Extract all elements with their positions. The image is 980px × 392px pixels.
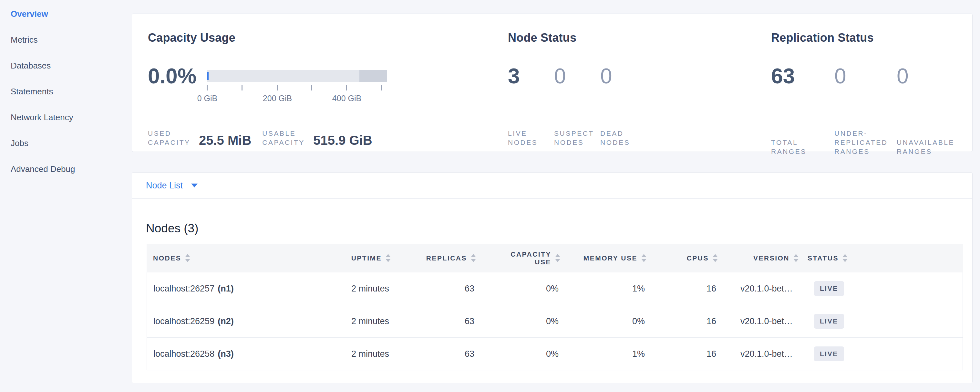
status-cell: LIVE xyxy=(802,338,963,370)
column-header-nodes[interactable]: NODES xyxy=(146,244,318,272)
column-label: MEMORY USE xyxy=(584,254,637,262)
column-header-capacity-use[interactable]: CAPACITY USE xyxy=(479,244,563,272)
cpus-cell: 16 xyxy=(649,338,721,370)
column-label: NODES xyxy=(153,254,181,262)
node-list-dropdown-label: Node List xyxy=(146,181,183,191)
column-header-uptime[interactable]: UPTIME xyxy=(318,244,393,272)
capacity-gauge-other-usage xyxy=(360,70,387,82)
capacity-percent-row: 0.0% xyxy=(148,65,196,87)
axis-tick xyxy=(277,85,278,91)
table-row-node-1[interactable]: localhost:26257 (n1) 2 minutes 63 0% 1% … xyxy=(147,272,963,305)
under-replicated-ranges-count: 0 xyxy=(834,65,897,87)
capacity-use-cell: 0% xyxy=(479,272,563,305)
sidebar-item-overview[interactable]: Overview xyxy=(11,10,132,35)
live-nodes-count: 3 xyxy=(508,65,554,87)
sidebar-item-metrics[interactable]: Metrics xyxy=(11,35,132,61)
capacity-use-cell: 0% xyxy=(479,338,563,370)
dead-nodes-label: DEAD NODES xyxy=(600,129,630,147)
sort-icon[interactable] xyxy=(842,254,848,262)
sort-icon[interactable] xyxy=(385,254,391,262)
replicas-cell: 63 xyxy=(394,305,479,337)
column-label: UPTIME xyxy=(351,254,382,262)
status-badge: LIVE xyxy=(814,346,844,361)
suspect-nodes-count: 0 xyxy=(554,65,600,87)
nodes-table: NODES UPTIME REPLICAS CAPACITY USE xyxy=(146,244,963,370)
live-nodes-label: LIVE NODES xyxy=(508,129,554,147)
memory-use-cell: 0% xyxy=(563,305,649,337)
column-label: VERSION xyxy=(753,254,789,262)
column-label: CPUS xyxy=(687,254,709,262)
axis-tick xyxy=(381,85,382,91)
sort-icon[interactable] xyxy=(641,254,646,262)
node-list-header: Node List xyxy=(132,172,972,199)
usable-capacity-value: 515.9 GiB xyxy=(313,134,372,147)
axis-tick xyxy=(242,85,242,91)
sort-icon[interactable] xyxy=(713,254,718,262)
status-cell: LIVE xyxy=(802,272,963,305)
cpus-cell: 16 xyxy=(649,305,721,337)
sidebar-item-advanced-debug[interactable]: Advanced Debug xyxy=(11,164,132,190)
node-list-body: Nodes (3) NODES UPTIME REPLICAS xyxy=(132,221,972,370)
node-address-cell[interactable]: localhost:26257 (n1) xyxy=(147,272,318,305)
nodes-table-title: Nodes (3) xyxy=(146,221,972,236)
replication-values: 63 0 0 xyxy=(771,65,908,87)
node-status-title: Node Status xyxy=(508,31,576,45)
column-label: CAPACITY USE xyxy=(500,250,551,266)
memory-use-cell: 1% xyxy=(563,272,649,305)
suspect-nodes-label: SUSPECT NODES xyxy=(554,129,600,147)
node-status-section: Node Status 3 0 0 LIVE NODES SUSPECT NOD… xyxy=(508,14,734,151)
node-address: localhost:26259 xyxy=(153,316,215,327)
column-header-cpus[interactable]: CPUS xyxy=(649,244,721,272)
capacity-usage-title: Capacity Usage xyxy=(148,31,235,45)
node-id: (n1) xyxy=(218,284,234,294)
under-replicated-ranges-label: UNDER- REPLICATED RANGES xyxy=(834,129,897,156)
node-address-cell[interactable]: localhost:26259 (n2) xyxy=(147,305,318,337)
capacity-use-cell: 0% xyxy=(479,305,563,337)
replication-status-section: Replication Status 63 0 0 TOTAL RANGES U… xyxy=(771,14,980,151)
sidebar-item-databases[interactable]: Databases xyxy=(11,61,132,87)
cpus-cell: 16 xyxy=(649,272,721,305)
node-id: (n2) xyxy=(218,316,234,327)
used-capacity-label: USED CAPACITY xyxy=(148,129,199,147)
capacity-gauge-track xyxy=(207,70,387,82)
dead-nodes-count: 0 xyxy=(600,65,612,87)
nodes-table-body: localhost:26257 (n1) 2 minutes 63 0% 1% … xyxy=(146,272,963,370)
usable-capacity-label: USABLE CAPACITY xyxy=(262,129,313,147)
column-header-memory-use[interactable]: MEMORY USE xyxy=(563,244,649,272)
node-list-dropdown[interactable]: Node List xyxy=(146,181,197,191)
axis-tick xyxy=(346,85,347,91)
table-row-node-2[interactable]: localhost:26259 (n2) 2 minutes 63 0% 0% … xyxy=(147,305,963,338)
status-badge: LIVE xyxy=(814,314,844,329)
node-address: localhost:26257 xyxy=(153,284,215,294)
chevron-down-icon xyxy=(191,183,197,187)
sidebar-item-statements[interactable]: Statements xyxy=(11,87,132,113)
sidebar-nav: Overview Metrics Databases Statements Ne… xyxy=(0,0,132,392)
version-cell: v20.1.0-bet… xyxy=(721,305,802,337)
column-header-status[interactable]: STATUS xyxy=(801,244,963,272)
node-address: localhost:26258 xyxy=(153,349,215,359)
node-address-cell[interactable]: localhost:26258 (n3) xyxy=(147,338,318,370)
sort-icon[interactable] xyxy=(185,254,190,262)
used-capacity-stat: USED CAPACITY 25.5 MiB xyxy=(148,129,251,147)
sort-icon[interactable] xyxy=(555,254,560,262)
admin-ui-page: Overview Metrics Databases Statements Ne… xyxy=(0,0,980,392)
replication-labels: TOTAL RANGES UNDER- REPLICATED RANGES UN… xyxy=(771,129,955,156)
column-header-version[interactable]: VERSION xyxy=(721,244,801,272)
replicas-cell: 63 xyxy=(394,338,479,370)
nodes-table-header: NODES UPTIME REPLICAS CAPACITY USE xyxy=(146,244,963,272)
sidebar-item-network-latency[interactable]: Network Latency xyxy=(11,113,132,139)
sidebar-item-jobs[interactable]: Jobs xyxy=(11,139,132,164)
sort-icon[interactable] xyxy=(471,254,476,262)
node-status-values: 3 0 0 xyxy=(508,65,612,87)
status-cell: LIVE xyxy=(802,305,963,337)
column-header-replicas[interactable]: REPLICAS xyxy=(393,244,479,272)
column-label: REPLICAS xyxy=(426,254,467,262)
table-row-node-3[interactable]: localhost:26258 (n3) 2 minutes 63 0% 1% … xyxy=(147,338,963,370)
sort-icon[interactable] xyxy=(793,254,799,262)
main-content: Capacity Usage 0.0% xyxy=(132,0,980,392)
memory-use-cell: 1% xyxy=(563,338,649,370)
axis-label-0: 0 GiB xyxy=(197,94,218,103)
capacity-stats: USED CAPACITY 25.5 MiB USABLE CAPACITY 5… xyxy=(148,129,372,147)
node-list-card: Node List Nodes (3) NODES UPTIME xyxy=(132,172,972,383)
total-ranges-count: 63 xyxy=(771,65,834,87)
